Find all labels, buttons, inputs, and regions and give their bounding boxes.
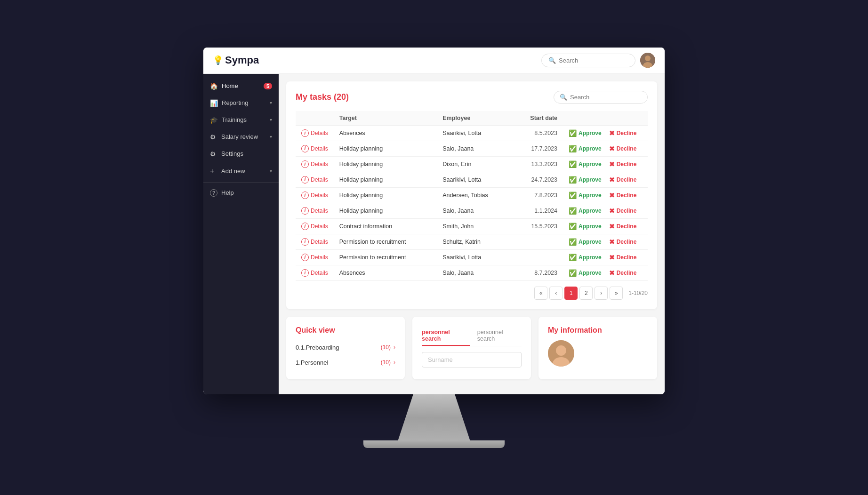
decline-button[interactable]: ✖ Decline: [609, 223, 637, 230]
first-page-button[interactable]: «: [534, 287, 547, 300]
decline-button[interactable]: ✖ Decline: [609, 145, 637, 152]
employee-cell: Andersen, Tobias: [437, 187, 512, 203]
details-cell: i Details: [296, 125, 334, 141]
startdate-cell: [512, 249, 563, 265]
action-cell: ✅ Approve ✖ Decline: [563, 187, 648, 203]
details-button[interactable]: i Details: [301, 207, 328, 215]
approve-button[interactable]: ✅ Approve: [569, 192, 602, 199]
approve-button[interactable]: ✅ Approve: [569, 254, 602, 261]
salary-review-icon: ⚙: [210, 133, 217, 141]
info-icon: i: [301, 176, 309, 184]
decline-button[interactable]: ✖ Decline: [609, 129, 637, 137]
sidebar-item-trainings[interactable]: 🎓 Trainings ▾: [203, 112, 279, 128]
action-cell: ✅ Approve ✖ Decline: [563, 265, 648, 280]
personnel-tab-2[interactable]: personnel search: [477, 326, 522, 346]
details-label: Details: [311, 270, 328, 276]
table-row: i Details Holiday planning Salo, Jaana 1…: [296, 141, 648, 156]
tasks-card-header: My tasks (20) 🔍: [296, 91, 648, 104]
task-search-input[interactable]: [570, 94, 642, 101]
last-page-button[interactable]: »: [610, 287, 623, 300]
details-button[interactable]: i Details: [301, 129, 328, 137]
decline-label: Decline: [617, 161, 637, 168]
sidebar-item-settings[interactable]: ⚙ Settings: [203, 145, 279, 162]
details-label: Details: [311, 239, 328, 245]
decline-label: Decline: [617, 223, 637, 230]
decline-button[interactable]: ✖ Decline: [609, 254, 637, 261]
details-label: Details: [311, 161, 328, 168]
decline-button[interactable]: ✖ Decline: [609, 192, 637, 199]
personnel-tab-1[interactable]: personnel search: [422, 326, 470, 346]
tasks-table: Target Employee Start date i Details Abs…: [296, 111, 648, 281]
decline-button[interactable]: ✖ Decline: [609, 176, 637, 184]
details-button[interactable]: i Details: [301, 192, 328, 199]
decline-icon: ✖: [609, 192, 615, 199]
details-label: Details: [311, 192, 328, 199]
decline-button[interactable]: ✖ Decline: [609, 207, 637, 215]
decline-label: Decline: [617, 208, 637, 214]
avatar[interactable]: [640, 53, 655, 68]
approve-icon: ✅: [569, 145, 577, 152]
col-employee-header: Employee: [437, 111, 512, 126]
approve-button[interactable]: ✅ Approve: [569, 207, 602, 215]
sidebar-item-reporting-label: Reporting: [222, 99, 266, 106]
sidebar-item-salary-review-label: Salary review: [221, 133, 266, 140]
startdate-cell: 13.3.2023: [512, 156, 563, 172]
approve-icon: ✅: [569, 129, 577, 137]
employee-cell: Salo, Jaana: [437, 203, 512, 218]
approve-button[interactable]: ✅ Approve: [569, 160, 602, 168]
target-cell: Contract information: [334, 218, 437, 234]
target-cell: Holiday planning: [334, 172, 437, 187]
logo[interactable]: 💡 Sympa: [213, 54, 259, 66]
approve-label: Approve: [579, 239, 602, 245]
details-cell: i Details: [296, 187, 334, 203]
details-button[interactable]: i Details: [301, 238, 328, 246]
details-button[interactable]: i Details: [301, 269, 328, 277]
reporting-chevron-icon: ▾: [270, 100, 272, 105]
quick-view-personnel[interactable]: 1.Personnel (10) ›: [296, 355, 395, 370]
decline-button[interactable]: ✖ Decline: [609, 238, 637, 246]
quick-view-preboarding[interactable]: 0.1.Preboarding (10) ›: [296, 340, 395, 355]
sidebar-item-add-new[interactable]: + Add new ▾: [203, 162, 279, 180]
help-icon: ?: [210, 189, 217, 197]
details-button[interactable]: i Details: [301, 254, 328, 261]
sidebar-item-help[interactable]: ? Help: [203, 184, 279, 201]
surname-input[interactable]: [422, 352, 522, 367]
employee-cell: Saarikivi, Lotta: [437, 125, 512, 141]
approve-icon: ✅: [569, 160, 577, 168]
page-2-button[interactable]: 2: [579, 287, 593, 300]
details-button[interactable]: i Details: [301, 145, 328, 152]
decline-icon: ✖: [609, 238, 615, 246]
action-buttons: ✅ Approve ✖ Decline: [569, 160, 642, 168]
startdate-cell: 8.7.2023: [512, 265, 563, 280]
action-cell: ✅ Approve ✖ Decline: [563, 203, 648, 218]
action-cell: ✅ Approve ✖ Decline: [563, 218, 648, 234]
sidebar-item-trainings-label: Trainings: [222, 116, 266, 123]
quick-view-preboarding-arrow-icon: ›: [394, 344, 395, 351]
header-search-input[interactable]: [559, 57, 628, 64]
target-cell: Absences: [334, 265, 437, 280]
approve-button[interactable]: ✅ Approve: [569, 269, 602, 277]
details-button[interactable]: i Details: [301, 176, 328, 184]
sidebar-item-reporting[interactable]: 📊 Reporting ▾: [203, 95, 279, 112]
details-button[interactable]: i Details: [301, 223, 328, 230]
decline-icon: ✖: [609, 145, 615, 152]
approve-button[interactable]: ✅ Approve: [569, 223, 602, 230]
details-button[interactable]: i Details: [301, 160, 328, 168]
approve-button[interactable]: ✅ Approve: [569, 145, 602, 152]
page-1-button[interactable]: 1: [564, 287, 578, 300]
approve-button[interactable]: ✅ Approve: [569, 176, 602, 184]
decline-button[interactable]: ✖ Decline: [609, 269, 637, 277]
details-cell: i Details: [296, 249, 334, 265]
sidebar-item-salary-review[interactable]: ⚙ Salary review ▾: [203, 128, 279, 145]
approve-button[interactable]: ✅ Approve: [569, 238, 602, 246]
details-cell: i Details: [296, 156, 334, 172]
target-cell: Absences: [334, 125, 437, 141]
startdate-cell: [512, 234, 563, 249]
prev-page-button[interactable]: ‹: [549, 287, 563, 300]
decline-button[interactable]: ✖ Decline: [609, 160, 637, 168]
sidebar-item-home[interactable]: 🏠 Home 5: [203, 78, 279, 95]
my-information-title: My information: [548, 326, 648, 335]
approve-button[interactable]: ✅ Approve: [569, 129, 602, 137]
next-page-button[interactable]: ›: [595, 287, 608, 300]
my-info-avatar[interactable]: [548, 340, 574, 367]
